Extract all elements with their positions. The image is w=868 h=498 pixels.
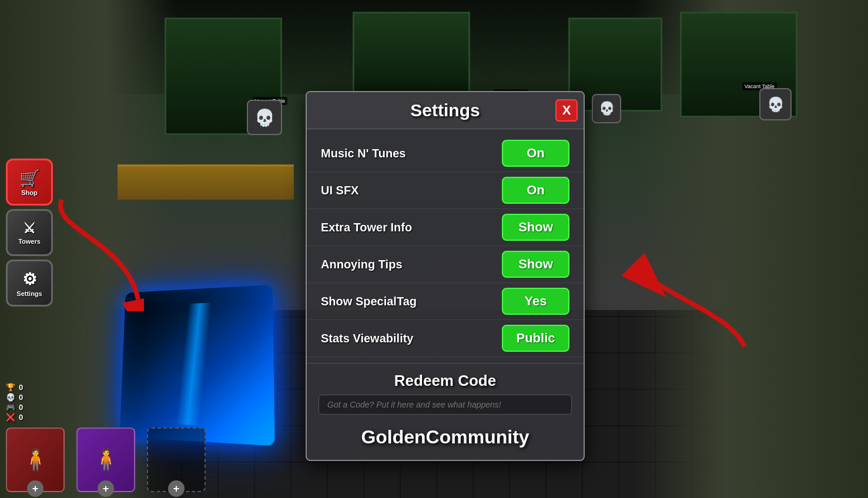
character-cards: 🧍 + 🧍 + +	[6, 428, 206, 492]
sidebar-settings-label: Settings	[16, 290, 42, 297]
games-value: 0	[19, 403, 23, 412]
add-char-1-btn[interactable]: +	[27, 480, 43, 497]
towers-icon: ⚔	[23, 220, 36, 237]
player-avatar-area: 💀	[247, 100, 282, 135]
toggle-tips[interactable]: Show	[502, 251, 569, 278]
toggle-tag[interactable]: Yes	[502, 288, 569, 315]
stat-kills: 💀 0	[6, 393, 23, 402]
setting-row-music: Music N' Tunes On	[307, 135, 584, 172]
setting-label-tag: Show SpecialTag	[321, 295, 417, 308]
right-avatar2-area: 💀	[592, 94, 621, 123]
redeem-input[interactable]	[319, 395, 572, 415]
sidebar-item-shop[interactable]: 🛒 Shop	[6, 159, 53, 206]
toggle-viewability[interactable]: Public	[502, 325, 569, 352]
settings-modal: Settings X Music N' Tunes On UI SFX On E…	[306, 91, 585, 461]
shop-icon: 🛒	[19, 169, 40, 188]
add-char-3-btn[interactable]: +	[168, 480, 185, 497]
player-avatar: 💀	[247, 100, 282, 135]
kills-value: 0	[19, 393, 23, 402]
char-slot-3: +	[147, 428, 206, 492]
redeem-section: Redeem Code GoldenCommunity	[307, 363, 584, 460]
setting-label-music: Music N' Tunes	[321, 147, 405, 160]
modal-body: Music N' Tunes On UI SFX On Extra Tower …	[307, 129, 584, 363]
toggle-music[interactable]: On	[502, 140, 569, 167]
arrow-left	[50, 194, 144, 311]
stats-bar: 🏆 0 💀 0 🎮 0 ❌ 0	[6, 383, 23, 422]
modal-header: Settings X	[307, 92, 584, 129]
stat-games: 🎮 0	[6, 403, 23, 412]
setting-row-tips: Annoying Tips Show	[307, 246, 584, 283]
toggle-tower[interactable]: Show	[502, 214, 569, 241]
redeem-title: Redeem Code	[319, 372, 572, 390]
losses-icon: ❌	[6, 413, 15, 422]
right-avatar2: 💀	[592, 94, 621, 123]
sidebar-item-settings[interactable]: ⚙ Settings	[6, 260, 53, 307]
stat-losses: ❌ 0	[6, 413, 23, 422]
settings-icon: ⚙	[22, 270, 37, 289]
setting-row-viewability: Stats Viewability Public	[307, 320, 584, 357]
toggle-sfx[interactable]: On	[502, 177, 569, 204]
redeem-code-display: GoldenCommunity	[319, 420, 572, 456]
sidebar-towers-label: Towers	[18, 238, 41, 245]
arrow-right	[621, 253, 750, 358]
setting-label-tower: Extra Tower Info	[321, 221, 412, 234]
setting-label-sfx: UI SFX	[321, 184, 358, 197]
kills-icon: 💀	[6, 393, 15, 402]
sidebar: 🛒 Shop ⚔ Towers ⚙ Settings	[6, 159, 53, 307]
modal-title: Settings	[410, 100, 480, 120]
right-avatar-area: 💀	[759, 88, 792, 120]
right-avatar: 💀	[759, 88, 792, 120]
char-slot-2: 🧍 +	[76, 428, 135, 492]
setting-row-tower: Extra Tower Info Show	[307, 209, 584, 246]
setting-row-tag: Show SpecialTag Yes	[307, 283, 584, 320]
close-button[interactable]: X	[555, 99, 578, 122]
stat-wins: 🏆 0	[6, 383, 23, 392]
setting-row-sfx: UI SFX On	[307, 172, 584, 209]
wins-value: 0	[19, 383, 23, 392]
sidebar-shop-label: Shop	[21, 189, 38, 196]
sidebar-item-towers[interactable]: ⚔ Towers	[6, 209, 53, 256]
setting-label-viewability: Stats Viewability	[321, 332, 413, 345]
char-slot-1: 🧍 +	[6, 428, 65, 492]
bg-window-2	[353, 12, 470, 100]
add-char-2-btn[interactable]: +	[98, 480, 114, 497]
wins-icon: 🏆	[6, 383, 15, 392]
games-icon: 🎮	[6, 403, 15, 412]
wood-trim	[118, 164, 294, 200]
setting-label-tips: Annoying Tips	[321, 258, 403, 271]
losses-value: 0	[19, 413, 23, 422]
